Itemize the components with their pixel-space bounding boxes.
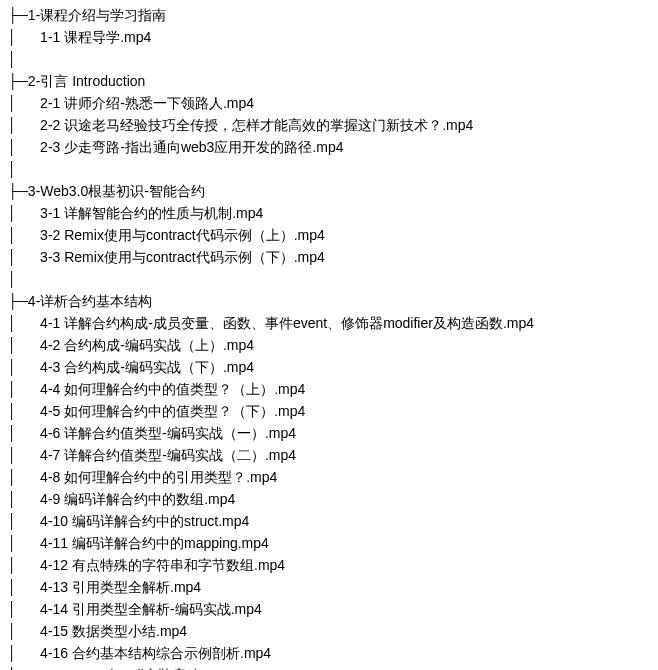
folder-line[interactable]: ├─1-课程介绍与学习指南 [8, 4, 650, 26]
tree-pipe-icon: │ [8, 579, 40, 595]
tree-pipe-icon: │ [8, 425, 40, 441]
tree-branch-icon: ├─ [8, 7, 28, 23]
tree-pipe-icon: │ [8, 491, 40, 507]
tree-pipe-icon: │ [8, 535, 40, 551]
tree-pipe-icon: │ [8, 205, 40, 221]
tree-pipe-icon: │ [8, 95, 40, 111]
file-name: 2-1 讲师介绍-熟悉一下领路人.mp4 [40, 95, 254, 111]
file-line[interactable]: │ 4-12 有点特殊的字符串和字节数组.mp4 [8, 554, 650, 576]
folder-name: 4-详析合约基本结构 [28, 293, 152, 309]
tree-pipe-icon: │ [8, 513, 40, 529]
tree-branch-icon: ├─ [8, 293, 28, 309]
tree-spacer: │ [8, 158, 650, 180]
tree-pipe-icon: │ [8, 117, 40, 133]
file-line[interactable]: │ 4-3 合约构成-编码实战（下）.mp4 [8, 356, 650, 378]
file-name: 4-7 详解合约值类型-编码实战（二）.mp4 [40, 447, 296, 463]
file-name: 4-15 数据类型小结.mp4 [40, 623, 187, 639]
tree-spacer: │ [8, 48, 650, 70]
tree-pipe-icon: │ [8, 337, 40, 353]
tree-pipe-icon: │ [8, 447, 40, 463]
folder-line[interactable]: ├─2-引言 Introduction [8, 70, 650, 92]
file-line[interactable]: │ 4-17 ganache-cli安装启动.mp4 [8, 664, 650, 670]
file-line[interactable]: │ 4-2 合约构成-编码实战（上）.mp4 [8, 334, 650, 356]
tree-spacer: │ [8, 268, 650, 290]
file-name: 3-1 详解智能合约的性质与机制.mp4 [40, 205, 263, 221]
file-line[interactable]: │ 4-9 编码详解合约中的数组.mp4 [8, 488, 650, 510]
tree-pipe-icon: │ [8, 403, 40, 419]
file-name: 4-3 合约构成-编码实战（下）.mp4 [40, 359, 254, 375]
tree-pipe-icon: │ [8, 557, 40, 573]
file-name: 4-9 编码详解合约中的数组.mp4 [40, 491, 235, 507]
file-line[interactable]: │ 3-3 Remix使用与contract代码示例（下）.mp4 [8, 246, 650, 268]
file-line[interactable]: │ 2-3 少走弯路-指出通向web3应用开发的路径.mp4 [8, 136, 650, 158]
file-name: 4-10 编码详解合约中的struct.mp4 [40, 513, 249, 529]
folder-line[interactable]: ├─3-Web3.0根基初识-智能合约 [8, 180, 650, 202]
file-line[interactable]: │ 4-16 合约基本结构综合示例剖析.mp4 [8, 642, 650, 664]
file-line[interactable]: │ 2-1 讲师介绍-熟悉一下领路人.mp4 [8, 92, 650, 114]
file-name: 4-12 有点特殊的字符串和字节数组.mp4 [40, 557, 285, 573]
file-line[interactable]: │ 4-6 详解合约值类型-编码实战（一）.mp4 [8, 422, 650, 444]
file-name: 4-14 引用类型全解析-编码实战.mp4 [40, 601, 262, 617]
file-name: 4-13 引用类型全解析.mp4 [40, 579, 201, 595]
tree-branch-icon: ├─ [8, 183, 28, 199]
tree-pipe-icon: │ [8, 315, 40, 331]
tree-pipe-icon: │ [8, 249, 40, 265]
file-line[interactable]: │ 4-11 编码详解合约中的mapping.mp4 [8, 532, 650, 554]
file-name: 4-1 详解合约构成-成员变量、函数、事件event、修饰器modifier及构… [40, 315, 534, 331]
file-line[interactable]: │ 4-14 引用类型全解析-编码实战.mp4 [8, 598, 650, 620]
tree-pipe-icon: │ [8, 139, 40, 155]
folder-name: 3-Web3.0根基初识-智能合约 [28, 183, 205, 199]
file-name: 4-8 如何理解合约中的引用类型？.mp4 [40, 469, 277, 485]
file-line[interactable]: │ 3-2 Remix使用与contract代码示例（上）.mp4 [8, 224, 650, 246]
file-line[interactable]: │ 4-13 引用类型全解析.mp4 [8, 576, 650, 598]
file-name: 3-3 Remix使用与contract代码示例（下）.mp4 [40, 249, 325, 265]
folder-line[interactable]: ├─4-详析合约基本结构 [8, 290, 650, 312]
file-name: 4-5 如何理解合约中的值类型？（下）.mp4 [40, 403, 305, 419]
tree-branch-icon: ├─ [8, 73, 28, 89]
file-name: 4-4 如何理解合约中的值类型？（上）.mp4 [40, 381, 305, 397]
file-name: 4-11 编码详解合约中的mapping.mp4 [40, 535, 269, 551]
tree-pipe-icon: │ [8, 645, 40, 661]
tree-pipe-icon: │ [8, 623, 40, 639]
file-line[interactable]: │ 4-7 详解合约值类型-编码实战（二）.mp4 [8, 444, 650, 466]
folder-name: 1-课程介绍与学习指南 [28, 7, 166, 23]
file-name: 4-16 合约基本结构综合示例剖析.mp4 [40, 645, 271, 661]
tree-pipe-icon: │ [8, 469, 40, 485]
file-name: 4-6 详解合约值类型-编码实战（一）.mp4 [40, 425, 296, 441]
file-line[interactable]: │ 4-8 如何理解合约中的引用类型？.mp4 [8, 466, 650, 488]
file-line[interactable]: │ 4-1 详解合约构成-成员变量、函数、事件event、修饰器modifier… [8, 312, 650, 334]
file-line[interactable]: │ 4-10 编码详解合约中的struct.mp4 [8, 510, 650, 532]
tree-pipe-icon: │ [8, 601, 40, 617]
file-name: 2-2 识途老马经验技巧全传授，怎样才能高效的掌握这门新技术？.mp4 [40, 117, 473, 133]
file-name: 3-2 Remix使用与contract代码示例（上）.mp4 [40, 227, 325, 243]
file-name: 1-1 课程导学.mp4 [40, 29, 151, 45]
file-name: 2-3 少走弯路-指出通向web3应用开发的路径.mp4 [40, 139, 343, 155]
tree-pipe-icon: │ [8, 29, 40, 45]
file-line[interactable]: │ 1-1 课程导学.mp4 [8, 26, 650, 48]
tree-pipe-icon: │ [8, 359, 40, 375]
file-name: 4-2 合约构成-编码实战（上）.mp4 [40, 337, 254, 353]
folder-name: 2-引言 Introduction [28, 73, 146, 89]
tree-pipe-icon: │ [8, 227, 40, 243]
file-line[interactable]: │ 3-1 详解智能合约的性质与机制.mp4 [8, 202, 650, 224]
file-line[interactable]: │ 4-15 数据类型小结.mp4 [8, 620, 650, 642]
file-line[interactable]: │ 4-5 如何理解合约中的值类型？（下）.mp4 [8, 400, 650, 422]
directory-tree: ├─1-课程介绍与学习指南│ 1-1 课程导学.mp4│├─2-引言 Intro… [8, 4, 650, 670]
file-line[interactable]: │ 2-2 识途老马经验技巧全传授，怎样才能高效的掌握这门新技术？.mp4 [8, 114, 650, 136]
file-line[interactable]: │ 4-4 如何理解合约中的值类型？（上）.mp4 [8, 378, 650, 400]
tree-pipe-icon: │ [8, 381, 40, 397]
